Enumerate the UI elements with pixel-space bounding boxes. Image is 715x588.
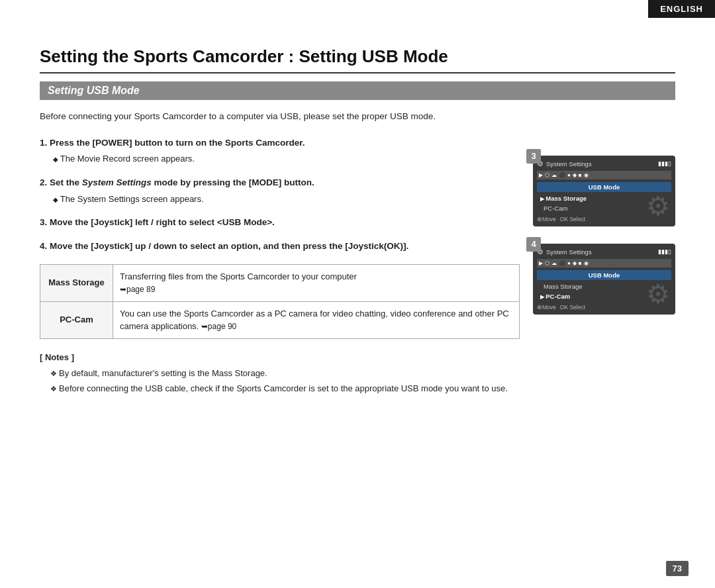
cam-footer-move-3: ⊕Move [537,216,556,222]
page-number: 73 [666,561,689,576]
main-title: Setting the Sports Camcorder : Setting U… [40,46,675,74]
note-item-1: By default, manufacturer's setting is th… [40,367,520,381]
cam-panel-3-wrapper: 3 ⚙ System Settings ▮▮▮▯ ▶ ⬡ ☁ ⬛ ● [533,156,675,226]
cam-title-row-3: ⚙ System Settings [537,160,592,168]
table-row: Mass Storage Transferring files from the… [40,264,520,301]
right-content: 3 ⚙ System Settings ▮▮▮▯ ▶ ⬡ ☁ ⬛ ● [533,149,675,397]
cam-icon-4-8: ◉ [584,260,589,266]
step-2: 2. Set the System Settings mode by press… [40,175,520,206]
cam-icon-6: ◆ [573,172,577,178]
step-3-title: 3. Move the [Joystick] left / right to s… [40,215,520,230]
cam-icon-4-5: ● [567,260,571,266]
intro-text: Before connecting your Sports Camcorder … [40,109,490,124]
cam-system-settings-3: System Settings [546,160,592,168]
step-1-title: 1. Press the [POWER] button to turn on t… [40,136,520,150]
step-1-bullet-1: The Movie Record screen appears. [40,152,520,166]
options-table: Mass Storage Transferring files from the… [40,264,520,339]
table-row: PC-Cam You can use the Sports Camcorder … [40,301,520,338]
cam-panel-4-header: ⚙ System Settings ▮▮▮▯ [537,248,671,256]
step-1: 1. Press the [POWER] button to turn on t… [40,136,520,166]
notes-title: [ Notes ] [40,351,520,365]
cam-footer-select-3: OK Select [560,216,585,222]
cam-panel-4: 4 ⚙ System Settings ▮▮▮▯ ▶ ⬡ ☁ ⬛ ● [533,244,675,315]
page-container: ENGLISH Setting the Sports Camcorder : S… [0,0,715,588]
cam-icon-3: ☁ [551,172,557,178]
battery-icon-4: ▮▮▮▯ [658,248,671,255]
step-4-title: 4. Move the [Joystick] up / down to sele… [40,239,520,254]
cam-icon-5: ● [567,172,571,178]
cam-footer-select-4: OK Select [560,304,585,311]
left-content: 1. Press the [POWER] button to turn on t… [40,136,520,397]
cam-icon-7: ■ [579,172,582,178]
cam-system-settings-4: System Settings [546,248,592,256]
cam-panel-3: 3 ⚙ System Settings ▮▮▮▯ ▶ ⬡ ☁ ⬛ ● [533,156,675,226]
cam-icon-4-4: ⬛ [559,260,565,266]
cam-icon-1: ▶ [539,172,543,178]
cam-footer-move-4: ⊕Move [537,304,556,311]
cam-icon-4-6: ◆ [573,260,577,266]
cam-panel-3-number: 3 [526,149,541,164]
table-label-mass-storage: Mass Storage [40,264,113,301]
step-3: 3. Move the [Joystick] left / right to s… [40,215,520,230]
cam-panel-3-header: ⚙ System Settings ▮▮▮▯ [537,160,671,168]
battery-icon-3: ▮▮▮▯ [658,160,671,167]
cam-icons-row-3: ▶ ⬡ ☁ ⬛ ● ◆ ■ ◉ [537,171,671,179]
cam-icon-4-2: ⬡ [545,260,549,266]
cam-icon-4-1: ▶ [539,260,543,266]
cam-icon-4: ⬛ [559,172,565,178]
table-desc-mass-storage: Transferring files from the Sports Camco… [113,264,520,301]
cam-panel-4-wrapper: 4 ⚙ System Settings ▮▮▮▯ ▶ ⬡ ☁ ⬛ ● [533,244,675,315]
english-badge: ENGLISH [648,0,715,18]
step-4: 4. Move the [Joystick] up / down to sele… [40,239,520,254]
cam-icon-2: ⬡ [545,172,549,178]
content-layout: 1. Press the [POWER] button to turn on t… [40,136,675,397]
step-2-bullet-1: The System Settings screen appears. [40,193,520,207]
table-desc-pc-cam: You can use the Sports Camcorder as a PC… [113,301,520,338]
cam-icons-row-4: ▶ ⬡ ☁ ⬛ ● ◆ ■ ◉ [537,259,671,268]
cam-panel-4-number: 4 [526,237,541,252]
cam-gear-bg-3: ⚙ [646,191,670,221]
cam-gear-bg-4: ⚙ [646,279,670,309]
table-label-pc-cam: PC-Cam [40,301,113,338]
section-heading: Setting USB Mode [40,81,675,100]
note-item-2: Before connecting the USB cable, check i… [40,382,520,396]
step-2-title: 2. Set the System Settings mode by press… [40,175,520,190]
cam-icon-8: ◉ [584,172,589,178]
notes-section: [ Notes ] By default, manufacturer's set… [40,351,520,396]
cam-icon-4-3: ☁ [551,260,557,266]
cam-icon-4-7: ■ [579,260,582,266]
cam-title-row-4: ⚙ System Settings [537,248,592,256]
